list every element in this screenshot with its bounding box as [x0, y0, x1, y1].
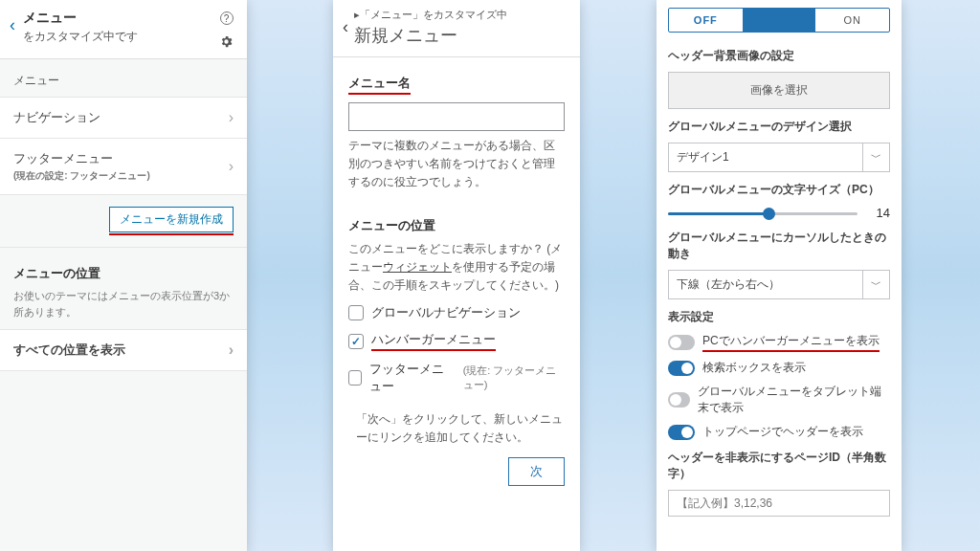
checkbox-footer[interactable]: フッターメニュー (現在: フッターメニュー): [348, 361, 565, 395]
toggle-label: グローバルメニューをタブレット端末で表示: [698, 384, 890, 416]
chevron-down-icon: ﹀: [862, 271, 889, 298]
hover-heading: グローバルメニューにカーソルしたときの動き: [668, 230, 890, 262]
position-heading: メニューの位置: [0, 248, 247, 288]
hide-header-heading: ヘッダーを非表示にするページID（半角数字）: [668, 450, 890, 482]
panel-subtitle: をカスタマイズ中です: [23, 29, 219, 45]
hover-select[interactable]: 下線（左から右へ） ﹀: [668, 270, 890, 299]
toggle-toppage-header[interactable]: トップページでヘッダーを表示: [668, 424, 890, 440]
display-heading: 表示設定: [668, 309, 890, 325]
position-help: お使いのテーマにはメニューの表示位置が3か所あります。: [0, 288, 247, 329]
widget-link[interactable]: ウィジェット: [383, 260, 452, 274]
menu-name-label: メニュー名: [348, 75, 411, 95]
menu-position-help: このメニューをどこに表示しますか？ (メニューウィジェットを使用する予定の場合、…: [348, 240, 565, 296]
checkbox-hamburger[interactable]: ハンバーガーメニュー: [348, 331, 565, 351]
back-button[interactable]: ‹: [339, 8, 354, 37]
panel-title: 新規メニュー: [354, 24, 568, 47]
panel2-header: ‹ ▸「メニュー」をカスタマイズ中 新規メニュー: [333, 0, 580, 57]
checkbox-label: ハンバーガーメニュー: [371, 331, 496, 351]
menus-section-label: メニュー: [0, 59, 247, 97]
select-value: デザイン1: [669, 143, 862, 171]
menu-item-label: ナビゲーション: [13, 109, 100, 126]
chevron-right-icon: ›: [229, 342, 234, 359]
segment-off[interactable]: OFF: [669, 9, 743, 32]
menu-name-help: テーマに複数のメニューがある場合、区別のつきやすい名前をつけておくと管理するのに…: [348, 137, 565, 192]
toggle-pc-hamburger[interactable]: PCでハンバーガーメニューを表示: [668, 333, 890, 352]
header-bg-heading: ヘッダー背景画像の設定: [668, 48, 890, 64]
menu-item-label: フッターメニュー: [13, 150, 150, 167]
select-image-button[interactable]: 画像を選択: [668, 72, 890, 109]
checkbox-icon: [348, 334, 364, 349]
toggle-label: PCでハンバーガーメニューを表示: [702, 333, 880, 352]
toggle-switch[interactable]: [668, 335, 695, 350]
select-value: 下線（左から右へ）: [669, 271, 862, 298]
create-menu-button[interactable]: メニューを新規作成: [109, 207, 234, 232]
next-button[interactable]: 次: [508, 457, 565, 486]
slider-thumb[interactable]: [763, 208, 775, 220]
toggle-label: 検索ボックスを表示: [702, 360, 806, 376]
show-all-positions[interactable]: すべての位置を表示 ›: [0, 329, 247, 371]
toggle-label: トップページでヘッダーを表示: [702, 424, 863, 440]
toggle-switch[interactable]: [668, 425, 695, 440]
show-all-label: すべての位置を表示: [13, 342, 125, 359]
toggle-tablet-globalmenu[interactable]: グローバルメニューをタブレット端末で表示: [668, 384, 890, 416]
checkbox-sublabel: (現在: フッターメニュー): [463, 364, 565, 392]
panel-title: メニュー: [23, 10, 219, 27]
chevron-right-icon: ›: [229, 109, 234, 126]
menu-item-footer[interactable]: フッターメニュー (現在の設定: フッターメニュー) ›: [0, 139, 247, 195]
chevron-down-icon: ﹀: [862, 143, 889, 171]
design-select[interactable]: デザイン1 ﹀: [668, 143, 890, 172]
menu-position-heading: メニューの位置: [348, 217, 565, 234]
checkbox-icon: [348, 370, 362, 386]
fontsize-heading: グローバルメニューの文字サイズ（PC）: [668, 182, 890, 198]
panel1-header: ‹ メニュー をカスタマイズ中です ?: [0, 0, 247, 59]
segment-on[interactable]: ON: [815, 9, 889, 32]
fontsize-slider[interactable]: [668, 207, 858, 220]
fontsize-value: 14: [867, 206, 890, 220]
checkbox-global-nav[interactable]: グローバルナビゲーション: [348, 304, 565, 321]
help-icon[interactable]: ?: [220, 11, 234, 25]
breadcrumb: ▸「メニュー」をカスタマイズ中: [354, 8, 568, 22]
chevron-right-icon: ›: [229, 158, 234, 175]
gear-icon[interactable]: [219, 34, 234, 49]
segment-control[interactable]: OFF ON: [668, 8, 890, 33]
toggle-searchbox[interactable]: 検索ボックスを表示: [668, 360, 890, 376]
checkbox-label: フッターメニュー: [369, 361, 456, 395]
back-button[interactable]: ‹: [6, 10, 23, 35]
next-hint: 「次へ」をクリックして、新しいメニューにリンクを追加してください。: [348, 410, 565, 447]
toggle-switch[interactable]: [668, 361, 695, 376]
menu-name-input[interactable]: [348, 102, 565, 131]
toggle-switch[interactable]: [668, 392, 690, 408]
hide-header-input[interactable]: [668, 490, 890, 517]
menu-item-sublabel: (現在の設定: フッターメニュー): [13, 169, 150, 183]
header-settings-panel: OFF ON ヘッダー背景画像の設定 画像を選択 グローバルメニューのデザイン選…: [657, 0, 902, 551]
new-menu-panel: ‹ ▸「メニュー」をカスタマイズ中 新規メニュー メニュー名 テーマに複数のメニ…: [333, 0, 580, 551]
checkbox-icon: [348, 305, 364, 320]
checkbox-label: グローバルナビゲーション: [371, 304, 521, 321]
customizer-menu-panel: ‹ メニュー をカスタマイズ中です ? メニュー ナビゲーション › フッターメ…: [0, 0, 247, 551]
design-heading: グローバルメニューのデザイン選択: [668, 119, 890, 135]
menu-item-navigation[interactable]: ナビゲーション ›: [0, 97, 247, 139]
